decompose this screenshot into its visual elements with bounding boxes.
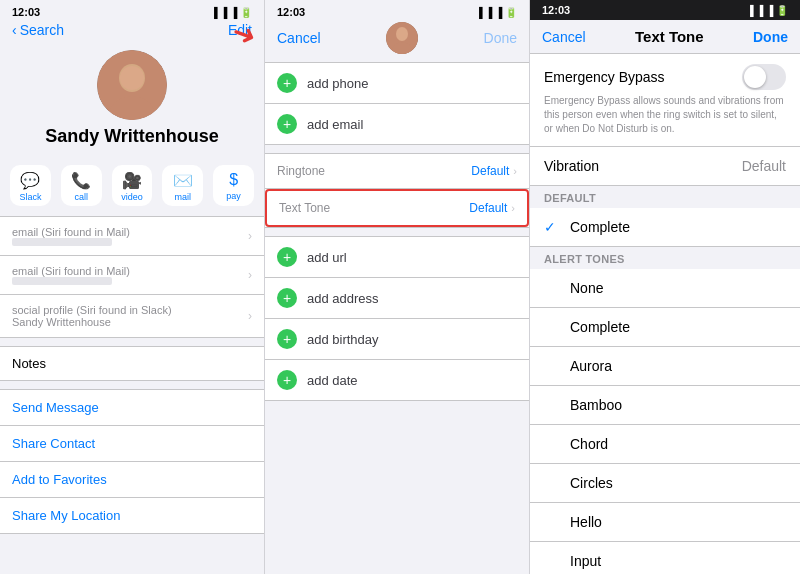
cancel-button-2[interactable]: Cancel bbox=[277, 30, 321, 46]
slack-icon: 💬 bbox=[20, 171, 40, 190]
mail-icon: ✉️ bbox=[173, 171, 193, 190]
url-address-section: + add url + add address + add birthday +… bbox=[265, 236, 529, 401]
ringtone-label: Ringtone bbox=[277, 164, 325, 178]
email-label-1: email (Siri found in Mail) bbox=[12, 226, 130, 238]
chevron-left-icon: ‹ bbox=[12, 22, 17, 38]
nav-bar-2: Cancel Done bbox=[265, 22, 529, 62]
add-address-row[interactable]: + add address bbox=[265, 278, 529, 319]
add-date-icon: + bbox=[277, 370, 297, 390]
add-date-row[interactable]: + add date bbox=[265, 360, 529, 400]
vibration-value: Default bbox=[742, 158, 786, 174]
tone-row-input[interactable]: Input bbox=[530, 542, 800, 574]
action-btn-pay[interactable]: $ pay bbox=[213, 165, 254, 206]
checkmark-icon: ✓ bbox=[544, 219, 560, 235]
social-label: social profile (Siri found in Slack) bbox=[12, 304, 172, 316]
bypass-row: Emergency Bypass bbox=[544, 64, 786, 90]
bypass-description: Emergency Bypass allows sounds and vibra… bbox=[544, 94, 786, 136]
action-btn-pay-label: pay bbox=[226, 191, 241, 201]
email-row-2[interactable]: email (Siri found in Mail) › bbox=[0, 256, 264, 295]
status-bar-1: 12:03 ▐ ▐ ▐ 🔋 bbox=[0, 0, 264, 22]
add-address-label: add address bbox=[307, 291, 379, 306]
text-tone-field[interactable]: Text Tone Default › bbox=[267, 191, 527, 225]
text-tone-chevron-icon: › bbox=[511, 202, 515, 214]
notes-label: Notes bbox=[12, 356, 252, 371]
action-btn-video[interactable]: 🎥 video bbox=[112, 165, 153, 206]
status-bar-2: 12:03 ▐ ▐ ▐ 🔋 bbox=[265, 0, 529, 22]
tone-row-aurora[interactable]: Aurora bbox=[530, 347, 800, 386]
time-1: 12:03 bbox=[12, 6, 40, 18]
email-value-1 bbox=[12, 238, 112, 246]
phone-email-section: + add phone + add email bbox=[265, 62, 529, 145]
emergency-bypass-section: Emergency Bypass Emergency Bypass allows… bbox=[530, 54, 800, 147]
tone-row-none[interactable]: None bbox=[530, 269, 800, 308]
time-3: 12:03 bbox=[542, 4, 570, 16]
pay-icon: $ bbox=[229, 171, 238, 189]
add-birthday-row[interactable]: + add birthday bbox=[265, 319, 529, 360]
tone-name-input: Input bbox=[570, 553, 601, 569]
notes-section: Notes bbox=[0, 346, 264, 381]
back-button[interactable]: ‹ Search bbox=[12, 22, 64, 38]
tone-list: ✓ Complete ALERT TONES None Complete Aur… bbox=[530, 208, 800, 574]
text-tone-row[interactable]: Text Tone Default › bbox=[265, 189, 529, 227]
time-2: 12:03 bbox=[277, 6, 305, 18]
tone-name-chord: Chord bbox=[570, 436, 608, 452]
tones-section: Ringtone Default › Text Tone Default › bbox=[265, 153, 529, 228]
tone-row-hello[interactable]: Hello bbox=[530, 503, 800, 542]
cancel-button-3[interactable]: Cancel bbox=[542, 29, 586, 45]
add-email-row[interactable]: + add email bbox=[265, 104, 529, 144]
done-button-2[interactable]: Done bbox=[484, 30, 517, 46]
action-btn-mail-label: mail bbox=[175, 192, 192, 202]
status-icons-1: ▐ ▐ ▐ 🔋 bbox=[210, 7, 252, 18]
email-row-1[interactable]: email (Siri found in Mail) › bbox=[0, 217, 264, 256]
alert-tones-section-header: ALERT TONES bbox=[530, 247, 800, 269]
add-email-label: add email bbox=[307, 117, 363, 132]
contact-hero: Sandy Writtenhouse bbox=[0, 46, 264, 157]
action-btn-call[interactable]: 📞 call bbox=[61, 165, 102, 206]
share-contact-link[interactable]: Share Contact bbox=[0, 426, 264, 462]
svg-point-5 bbox=[396, 27, 408, 41]
default-tone-row[interactable]: ✓ Complete bbox=[530, 208, 800, 247]
action-btn-slack[interactable]: 💬 Slack bbox=[10, 165, 51, 206]
nav-bar-3: Cancel Text Tone Done bbox=[530, 20, 800, 54]
email-label-2: email (Siri found in Mail) bbox=[12, 265, 130, 277]
bypass-toggle[interactable] bbox=[742, 64, 786, 90]
tone-row-complete[interactable]: Complete bbox=[530, 308, 800, 347]
chevron-icon-1: › bbox=[248, 229, 252, 243]
action-btn-video-label: video bbox=[121, 192, 143, 202]
share-my-location-link[interactable]: Share My Location bbox=[0, 498, 264, 533]
back-label: Search bbox=[20, 22, 64, 38]
add-phone-icon: + bbox=[277, 73, 297, 93]
email-value-2 bbox=[12, 277, 112, 285]
tone-row-circles[interactable]: Circles bbox=[530, 464, 800, 503]
send-message-link[interactable]: Send Message bbox=[0, 390, 264, 426]
contact-info-section: email (Siri found in Mail) › email (Siri… bbox=[0, 216, 264, 338]
tone-row-chord[interactable]: Chord bbox=[530, 425, 800, 464]
tone-row-bamboo[interactable]: Bamboo bbox=[530, 386, 800, 425]
contact-detail-panel: 12:03 ▐ ▐ ▐ 🔋 ‹ Search Edit ➜ Sandy Writ… bbox=[0, 0, 265, 574]
avatar-image bbox=[97, 50, 167, 120]
add-url-row[interactable]: + add url bbox=[265, 237, 529, 278]
status-bar-3: 12:03 ▐ ▐ ▐ 🔋 bbox=[530, 0, 800, 20]
text-tone-label: Text Tone bbox=[279, 201, 330, 215]
social-row[interactable]: social profile (Siri found in Slack) San… bbox=[0, 295, 264, 337]
add-url-label: add url bbox=[307, 250, 347, 265]
add-phone-label: add phone bbox=[307, 76, 368, 91]
action-btn-mail[interactable]: ✉️ mail bbox=[162, 165, 203, 206]
vibration-row[interactable]: Vibration Default bbox=[530, 147, 800, 186]
text-tone-panel: 12:03 ▐ ▐ ▐ 🔋 Cancel Text Tone Done Emer… bbox=[530, 0, 800, 574]
ringtone-row[interactable]: Ringtone Default › bbox=[265, 154, 529, 189]
tone-name-bamboo: Bamboo bbox=[570, 397, 622, 413]
add-to-favorites-link[interactable]: Add to Favorites bbox=[0, 462, 264, 498]
done-button-3[interactable]: Done bbox=[753, 29, 788, 45]
social-subvalue: Sandy Writtenhouse bbox=[12, 316, 172, 328]
add-url-icon: + bbox=[277, 247, 297, 267]
add-phone-row[interactable]: + add phone bbox=[265, 63, 529, 104]
tone-name-none: None bbox=[570, 280, 603, 296]
edit-contact-panel: 12:03 ▐ ▐ ▐ 🔋 Cancel Done + add phone + … bbox=[265, 0, 530, 574]
vibration-label: Vibration bbox=[544, 158, 599, 174]
nav-bar-1: ‹ Search Edit ➜ bbox=[0, 22, 264, 46]
default-section-header: DEFAULT bbox=[530, 186, 800, 208]
chevron-icon-2: › bbox=[248, 268, 252, 282]
add-date-label: add date bbox=[307, 373, 358, 388]
phone-icon: 📞 bbox=[71, 171, 91, 190]
